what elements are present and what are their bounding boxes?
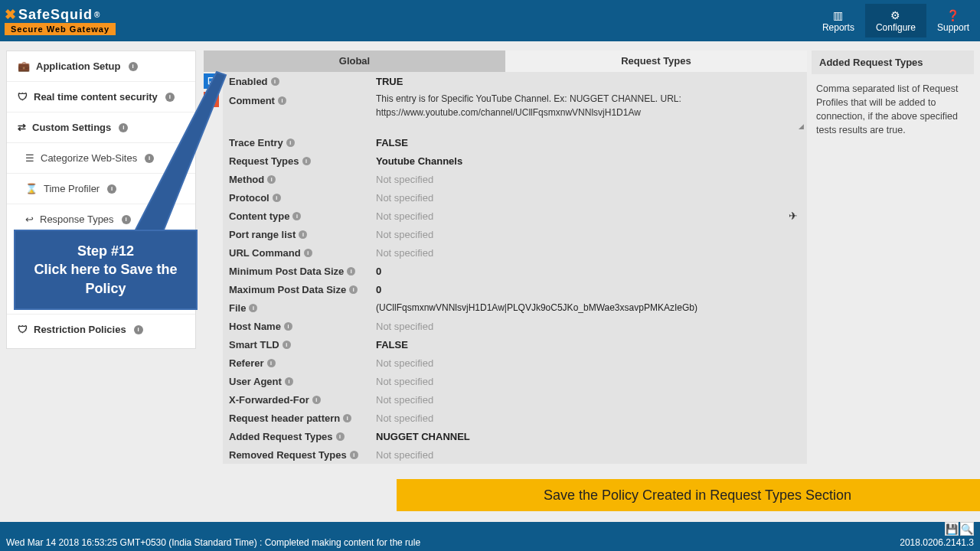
form-rows: EnablediTRUE CommentiThis entry is for S… xyxy=(223,72,807,464)
bug-icon: 🛡 xyxy=(18,91,28,103)
info-icon: i xyxy=(267,175,276,184)
removed-label: Removed Request Types xyxy=(229,449,347,461)
comment-value[interactable]: This entry is for Specific YouTube Chann… xyxy=(376,92,807,132)
info-icon: i xyxy=(134,325,143,334)
info-icon: i xyxy=(285,377,293,386)
configure-button[interactable]: ⚙Configure xyxy=(865,4,926,37)
port-value[interactable]: Not specified xyxy=(376,229,807,240)
callout-line: Click here to Save the Policy xyxy=(21,260,190,298)
host-value[interactable]: Not specified xyxy=(376,321,807,332)
info-icon: i xyxy=(129,62,138,71)
sidebar-item-app-setup[interactable]: 💼 Application Setup i xyxy=(7,51,195,81)
tld-label: Smart TLD xyxy=(229,339,279,350)
sidebar-item-categorize[interactable]: ☰ Categorize Web-Sites i xyxy=(7,142,195,173)
info-icon: i xyxy=(299,230,307,239)
ctype-label: Content type xyxy=(229,210,289,222)
gears-icon: ⚙ xyxy=(876,10,916,21)
maxpost-value[interactable]: 0 xyxy=(376,284,807,295)
ctype-value[interactable]: Not specified xyxy=(376,210,807,222)
referer-value[interactable]: Not specified xyxy=(376,357,807,369)
top-actions: ▥Reports ⚙Configure ❓Support xyxy=(812,4,980,37)
logo-subtitle: Secure Web Gateway xyxy=(5,23,116,35)
reqtypes-value[interactable]: Youtube Channels xyxy=(376,155,807,167)
tab-global[interactable]: Global xyxy=(204,51,505,72)
callout: Step #12 Click here to Save the Policy xyxy=(14,230,198,310)
ua-label: User Agent xyxy=(229,376,282,387)
method-label: Method xyxy=(229,174,264,185)
resize-icon[interactable]: ◢ xyxy=(799,122,804,130)
info-icon: i xyxy=(145,154,154,163)
ua-value[interactable]: Not specified xyxy=(376,376,807,387)
minpost-value[interactable]: 0 xyxy=(376,266,807,277)
footer: Wed Mar 14 2018 16:53:25 GMT+0530 (India… xyxy=(0,522,980,551)
sidebar-item-time[interactable]: ⌛ Time Profiler i xyxy=(7,173,195,204)
hourglass-icon: ⌛ xyxy=(25,183,38,194)
info-icon: i xyxy=(119,123,128,132)
save-banner: Save the Policy Created in Request Types… xyxy=(397,479,980,511)
trace-value[interactable]: FALSE xyxy=(376,137,807,148)
row-buttons: ☑ ✖ xyxy=(204,72,220,464)
tabs: Global Request Types xyxy=(204,51,807,72)
help-title: Added Request Types xyxy=(812,51,974,74)
footer-version: 2018.0206.2141.3 xyxy=(900,537,974,548)
enabled-value[interactable]: TRUE xyxy=(376,76,807,87)
save-button[interactable]: ☑ xyxy=(204,73,219,89)
info-icon: i xyxy=(283,341,291,349)
footer-icons: 💾 🔍 xyxy=(945,522,974,536)
sidebar-item-restriction[interactable]: 🛡 Restriction Policies i xyxy=(7,314,195,344)
callout-title: Step #12 xyxy=(21,242,190,260)
check-icon: ☑ xyxy=(207,76,216,86)
info-icon: i xyxy=(267,359,276,367)
info-icon: i xyxy=(284,322,292,331)
trace-label: Trace Entry xyxy=(229,137,283,148)
delete-button[interactable]: ✖ xyxy=(204,92,219,107)
logo: ✖ SafeSquid® Secure Web Gateway xyxy=(5,6,116,35)
info-icon: i xyxy=(312,396,321,404)
added-value[interactable]: NUGGET CHANNEL xyxy=(376,431,807,442)
urlcmd-label: URL Command xyxy=(229,247,301,259)
callout-box: Step #12 Click here to Save the Policy xyxy=(14,230,198,310)
xff-label: X-Forwarded-For xyxy=(229,394,309,406)
support-button[interactable]: ❓Support xyxy=(926,4,980,37)
top-bar: ✖ SafeSquid® Secure Web Gateway ▥Reports… xyxy=(0,0,980,41)
sidebar-item-label: Restriction Policies xyxy=(34,324,126,335)
protocol-value[interactable]: Not specified xyxy=(376,192,807,204)
sidebar-item-label: Real time content security xyxy=(34,91,158,103)
stack-icon: ☰ xyxy=(25,152,34,164)
sidebar-item-custom[interactable]: ⇄ Custom Settings i xyxy=(7,112,195,142)
reports-button[interactable]: ▥Reports xyxy=(812,4,865,37)
send-icon[interactable]: ✈ xyxy=(789,210,798,222)
info-icon: i xyxy=(165,93,175,102)
reqhdr-value[interactable]: Not specified xyxy=(376,412,807,424)
port-label: Port range list xyxy=(229,229,296,240)
removed-value[interactable]: Not specified xyxy=(376,449,807,461)
footer-save-icon[interactable]: 💾 xyxy=(945,522,959,536)
minpost-label: Minimum Post Data Size xyxy=(229,266,344,277)
info-icon: i xyxy=(350,451,358,459)
info-icon: i xyxy=(249,304,257,312)
method-value[interactable]: Not specified xyxy=(376,174,807,185)
host-label: Host Name xyxy=(229,321,281,332)
shield-icon: 🛡 xyxy=(18,324,28,335)
footer-search-icon[interactable]: 🔍 xyxy=(960,522,974,536)
referer-label: Referer xyxy=(229,357,264,369)
info-icon: i xyxy=(349,285,358,294)
help-panel: Added Request Types Comma separated list… xyxy=(812,51,974,516)
info-icon: i xyxy=(122,215,131,224)
sidebar-item-label: Response Types xyxy=(40,214,114,225)
file-value[interactable]: (UCllFqsmxnwVNNlsvjH1D1Aw|PLQVJk9oC5JKo_… xyxy=(376,302,807,313)
sidebar-item-label: Application Setup xyxy=(36,60,121,72)
info-icon: i xyxy=(278,96,286,105)
info-icon: i xyxy=(336,432,345,441)
urlcmd-value[interactable]: Not specified xyxy=(376,247,807,259)
sidebar-item-realtime[interactable]: 🛡 Real time content security i xyxy=(7,81,195,112)
sidebar-item-label: Time Profiler xyxy=(44,183,100,194)
xff-value[interactable]: Not specified xyxy=(376,394,807,406)
info-icon: i xyxy=(304,249,312,257)
tld-value[interactable]: FALSE xyxy=(376,339,807,350)
maxpost-label: Maximum Post Data Size xyxy=(229,284,346,295)
reqtypes-label: Request Types xyxy=(229,155,299,167)
footer-status: Wed Mar 14 2018 16:53:25 GMT+0530 (India… xyxy=(6,537,420,548)
tab-request-types[interactable]: Request Types xyxy=(505,51,807,72)
chart-icon: ▥ xyxy=(822,10,854,21)
